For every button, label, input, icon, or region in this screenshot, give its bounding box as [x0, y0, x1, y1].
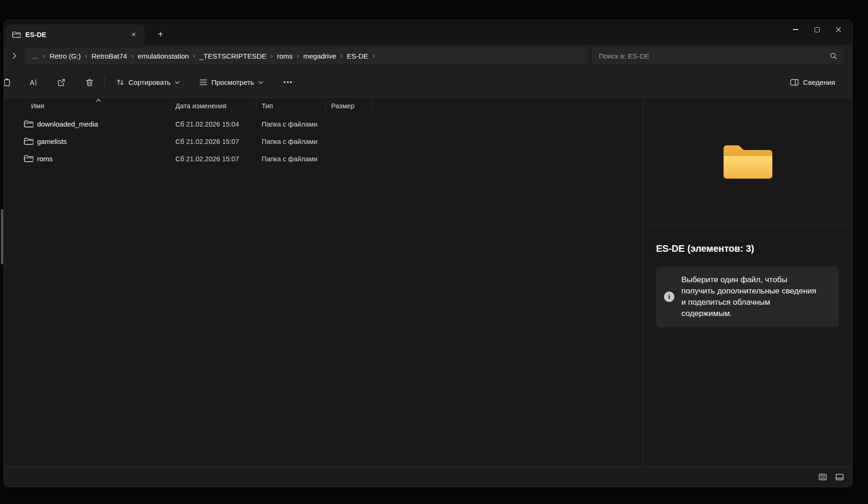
toolbar-divider [105, 77, 105, 88]
file-rows: downloaded_media Сб 21.02.2026 15:04 Пап… [4, 116, 640, 168]
tab-close-button[interactable]: × [128, 29, 140, 41]
large-icons-view-icon [836, 474, 844, 481]
column-header-size[interactable]: Размер [331, 102, 355, 110]
sort-icon [116, 78, 124, 86]
breadcrumb-item[interactable]: emulationstation [135, 50, 192, 62]
folder-preview-icon [722, 141, 774, 182]
sort-button-label: Сортировать [128, 78, 171, 86]
details-view-icon [819, 474, 827, 481]
delete-button[interactable] [80, 73, 99, 92]
details-pane-icon [790, 79, 799, 86]
folder-icon [12, 31, 21, 38]
details-pane-toggle-button[interactable]: Сведения [785, 73, 841, 92]
trash-icon [85, 78, 94, 87]
file-row-roms[interactable]: roms Сб 21.02.2026 15:07 Папка с файлами [4, 150, 640, 168]
details-view-button[interactable] [815, 470, 830, 483]
explorer-window: ES-DE × + … [4, 20, 853, 487]
search-input[interactable] [592, 52, 830, 60]
breadcrumb-item[interactable]: roms [274, 50, 296, 62]
more-options-button[interactable]: ••• [279, 73, 298, 92]
folder-icon [24, 120, 33, 128]
file-type: Папка с файлами [262, 138, 317, 145]
file-type: Папка с файлами [262, 155, 317, 163]
search-icon[interactable] [830, 53, 844, 60]
breadcrumb-separator: › [340, 52, 344, 60]
breadcrumb-overflow[interactable]: … [29, 50, 42, 62]
search-box [592, 47, 844, 64]
status-bar [4, 466, 852, 487]
breadcrumb-item-drive[interactable]: Retro (G:) [46, 50, 84, 62]
chevron-down-icon [175, 81, 180, 84]
breadcrumb-item[interactable]: _TESTSCRIPTESDE [196, 50, 270, 62]
sort-ascending-icon [96, 99, 101, 102]
file-name: gamelists [37, 137, 67, 145]
chevron-right-icon [13, 53, 16, 59]
breadcrumb-separator: › [130, 52, 135, 60]
tab-strip: ES-DE × + [4, 20, 852, 45]
command-toolbar: Сортировать Просмотреть ••• [4, 67, 852, 98]
breadcrumb-separator: › [192, 52, 196, 60]
maximize-button[interactable] [806, 21, 828, 38]
breadcrumb-item-current[interactable]: ES-DE [343, 50, 371, 62]
breadcrumb: … › Retro (G:) › RetroBat74 › emulations… [25, 47, 588, 64]
column-header-date[interactable]: Дата изменения [175, 102, 226, 110]
desktop: ES-DE × + … [0, 0, 868, 504]
new-tab-button[interactable]: + [153, 27, 167, 41]
tab-title: ES-DE [25, 31, 128, 38]
breadcrumb-separator: › [371, 52, 376, 60]
rename-icon [29, 78, 38, 87]
paste-icon [4, 78, 11, 87]
breadcrumb-item[interactable]: RetroBat74 [88, 50, 130, 62]
folder-icon [24, 138, 33, 145]
share-icon [57, 78, 66, 87]
tab-es-de[interactable]: ES-DE × [6, 24, 144, 45]
view-icon [199, 79, 207, 86]
column-divider[interactable] [325, 100, 326, 112]
breadcrumb-separator: › [42, 52, 46, 60]
file-name: downloaded_media [37, 120, 98, 128]
column-header-type[interactable]: Тип [262, 102, 273, 110]
column-headers: Имя Дата изменения Тип Размер [4, 99, 643, 113]
view-button[interactable]: Просмотреть [194, 73, 269, 92]
maximize-icon [815, 27, 820, 32]
breadcrumb-separator: › [84, 52, 88, 60]
breadcrumb-separator: › [270, 52, 274, 60]
view-button-label: Просмотреть [211, 78, 254, 86]
column-header-name[interactable]: Имя [31, 102, 44, 110]
file-type: Папка с файлами [262, 120, 317, 128]
column-divider[interactable] [256, 100, 257, 112]
background-scrollbar-thumb[interactable] [1, 209, 3, 264]
paste-button[interactable] [4, 73, 16, 92]
details-info-box: i Выберите один файл, чтобы получить доп… [656, 266, 839, 327]
large-icons-view-button[interactable] [832, 470, 846, 483]
file-date: Сб 21.02.2026 15:04 [175, 120, 239, 128]
details-button-label: Сведения [803, 78, 835, 86]
file-date: Сб 21.02.2026 15:07 [175, 138, 239, 145]
details-pane: ES-DE (элементов: 3) i Выберите один фай… [643, 98, 852, 466]
address-row: … › Retro (G:) › RetroBat74 › emulations… [4, 45, 852, 67]
close-icon [836, 27, 841, 32]
rename-button[interactable] [24, 73, 43, 92]
file-date: Сб 21.02.2026 15:07 [175, 155, 239, 163]
info-icon: i [664, 292, 674, 302]
forward-button[interactable] [7, 48, 22, 63]
breadcrumb-separator: › [296, 52, 300, 60]
sort-button[interactable]: Сортировать [111, 73, 185, 92]
content-area: Имя Дата изменения Тип Размер [4, 98, 852, 466]
breadcrumb-item[interactable]: megadrive [300, 50, 340, 62]
folder-icon [24, 155, 33, 162]
close-button[interactable] [828, 21, 849, 38]
file-list: Имя Дата изменения Тип Размер [4, 98, 643, 466]
chevron-down-icon [258, 81, 263, 84]
minimize-icon [793, 29, 798, 30]
share-button[interactable] [52, 73, 71, 92]
minimize-button[interactable] [785, 21, 806, 38]
more-icon: ••• [284, 79, 293, 86]
column-divider[interactable] [372, 100, 373, 112]
details-title: ES-DE (элементов: 3) [656, 243, 754, 254]
details-info-text: Выберите один файл, чтобы получить допол… [681, 274, 818, 319]
file-row-gamelists[interactable]: gamelists Сб 21.02.2026 15:07 Папка с фа… [4, 133, 640, 150]
file-row-downloaded-media[interactable]: downloaded_media Сб 21.02.2026 15:04 Пап… [4, 116, 640, 133]
window-controls [785, 21, 849, 38]
column-divider[interactable] [171, 100, 171, 112]
